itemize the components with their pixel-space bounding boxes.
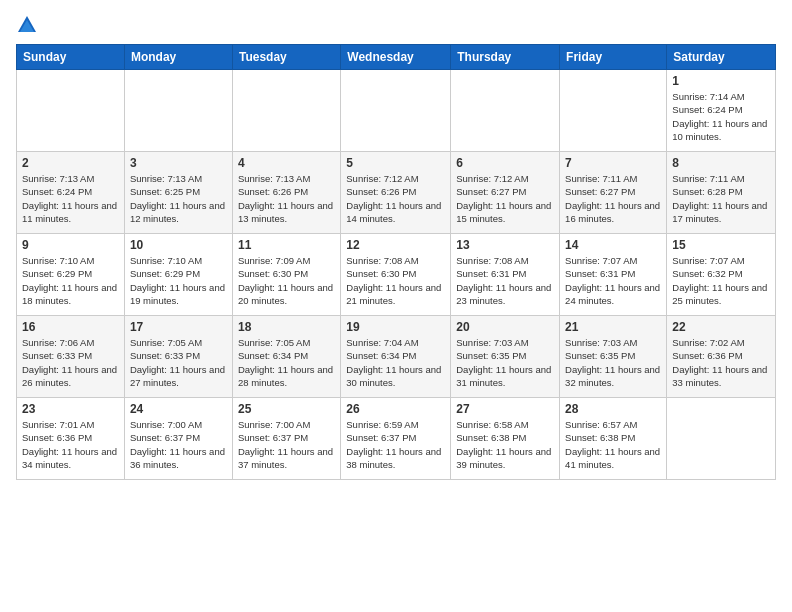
day-number: 26 bbox=[346, 402, 445, 416]
calendar-cell bbox=[560, 70, 667, 152]
day-info: Sunrise: 7:07 AM Sunset: 6:31 PM Dayligh… bbox=[565, 254, 661, 307]
calendar-cell: 14Sunrise: 7:07 AM Sunset: 6:31 PM Dayli… bbox=[560, 234, 667, 316]
day-number: 16 bbox=[22, 320, 119, 334]
day-number: 12 bbox=[346, 238, 445, 252]
calendar-cell: 16Sunrise: 7:06 AM Sunset: 6:33 PM Dayli… bbox=[17, 316, 125, 398]
calendar-day-header: Thursday bbox=[451, 45, 560, 70]
day-info: Sunrise: 7:11 AM Sunset: 6:27 PM Dayligh… bbox=[565, 172, 661, 225]
day-number: 8 bbox=[672, 156, 770, 170]
calendar-cell: 9Sunrise: 7:10 AM Sunset: 6:29 PM Daylig… bbox=[17, 234, 125, 316]
calendar-week-row: 23Sunrise: 7:01 AM Sunset: 6:36 PM Dayli… bbox=[17, 398, 776, 480]
day-info: Sunrise: 7:09 AM Sunset: 6:30 PM Dayligh… bbox=[238, 254, 335, 307]
day-number: 28 bbox=[565, 402, 661, 416]
day-info: Sunrise: 7:08 AM Sunset: 6:31 PM Dayligh… bbox=[456, 254, 554, 307]
calendar-cell: 3Sunrise: 7:13 AM Sunset: 6:25 PM Daylig… bbox=[124, 152, 232, 234]
day-number: 14 bbox=[565, 238, 661, 252]
day-info: Sunrise: 7:14 AM Sunset: 6:24 PM Dayligh… bbox=[672, 90, 770, 143]
day-number: 21 bbox=[565, 320, 661, 334]
calendar-table: SundayMondayTuesdayWednesdayThursdayFrid… bbox=[16, 44, 776, 480]
logo bbox=[16, 12, 42, 36]
calendar-cell: 15Sunrise: 7:07 AM Sunset: 6:32 PM Dayli… bbox=[667, 234, 776, 316]
calendar-cell bbox=[17, 70, 125, 152]
calendar-day-header: Friday bbox=[560, 45, 667, 70]
calendar-cell: 23Sunrise: 7:01 AM Sunset: 6:36 PM Dayli… bbox=[17, 398, 125, 480]
day-info: Sunrise: 7:01 AM Sunset: 6:36 PM Dayligh… bbox=[22, 418, 119, 471]
calendar-week-row: 1Sunrise: 7:14 AM Sunset: 6:24 PM Daylig… bbox=[17, 70, 776, 152]
day-number: 1 bbox=[672, 74, 770, 88]
calendar-cell: 1Sunrise: 7:14 AM Sunset: 6:24 PM Daylig… bbox=[667, 70, 776, 152]
calendar-cell: 13Sunrise: 7:08 AM Sunset: 6:31 PM Dayli… bbox=[451, 234, 560, 316]
calendar-cell: 5Sunrise: 7:12 AM Sunset: 6:26 PM Daylig… bbox=[341, 152, 451, 234]
day-info: Sunrise: 6:57 AM Sunset: 6:38 PM Dayligh… bbox=[565, 418, 661, 471]
calendar-cell: 19Sunrise: 7:04 AM Sunset: 6:34 PM Dayli… bbox=[341, 316, 451, 398]
day-number: 20 bbox=[456, 320, 554, 334]
day-number: 27 bbox=[456, 402, 554, 416]
logo-icon bbox=[16, 14, 38, 36]
calendar-cell: 20Sunrise: 7:03 AM Sunset: 6:35 PM Dayli… bbox=[451, 316, 560, 398]
day-info: Sunrise: 7:07 AM Sunset: 6:32 PM Dayligh… bbox=[672, 254, 770, 307]
day-info: Sunrise: 7:08 AM Sunset: 6:30 PM Dayligh… bbox=[346, 254, 445, 307]
calendar-cell bbox=[124, 70, 232, 152]
calendar-cell bbox=[341, 70, 451, 152]
calendar-day-header: Tuesday bbox=[232, 45, 340, 70]
calendar-cell: 26Sunrise: 6:59 AM Sunset: 6:37 PM Dayli… bbox=[341, 398, 451, 480]
calendar-day-header: Sunday bbox=[17, 45, 125, 70]
day-info: Sunrise: 7:03 AM Sunset: 6:35 PM Dayligh… bbox=[565, 336, 661, 389]
day-info: Sunrise: 7:00 AM Sunset: 6:37 PM Dayligh… bbox=[130, 418, 227, 471]
calendar-cell: 6Sunrise: 7:12 AM Sunset: 6:27 PM Daylig… bbox=[451, 152, 560, 234]
day-number: 5 bbox=[346, 156, 445, 170]
calendar-day-header: Wednesday bbox=[341, 45, 451, 70]
calendar-cell: 25Sunrise: 7:00 AM Sunset: 6:37 PM Dayli… bbox=[232, 398, 340, 480]
day-info: Sunrise: 7:10 AM Sunset: 6:29 PM Dayligh… bbox=[22, 254, 119, 307]
calendar-cell: 10Sunrise: 7:10 AM Sunset: 6:29 PM Dayli… bbox=[124, 234, 232, 316]
day-number: 23 bbox=[22, 402, 119, 416]
calendar-header-row: SundayMondayTuesdayWednesdayThursdayFrid… bbox=[17, 45, 776, 70]
day-number: 19 bbox=[346, 320, 445, 334]
day-info: Sunrise: 7:05 AM Sunset: 6:34 PM Dayligh… bbox=[238, 336, 335, 389]
calendar-cell: 12Sunrise: 7:08 AM Sunset: 6:30 PM Dayli… bbox=[341, 234, 451, 316]
day-number: 13 bbox=[456, 238, 554, 252]
day-number: 17 bbox=[130, 320, 227, 334]
calendar-cell: 18Sunrise: 7:05 AM Sunset: 6:34 PM Dayli… bbox=[232, 316, 340, 398]
day-number: 22 bbox=[672, 320, 770, 334]
calendar-cell: 11Sunrise: 7:09 AM Sunset: 6:30 PM Dayli… bbox=[232, 234, 340, 316]
calendar-cell: 27Sunrise: 6:58 AM Sunset: 6:38 PM Dayli… bbox=[451, 398, 560, 480]
calendar-cell bbox=[451, 70, 560, 152]
calendar-cell: 4Sunrise: 7:13 AM Sunset: 6:26 PM Daylig… bbox=[232, 152, 340, 234]
day-info: Sunrise: 7:10 AM Sunset: 6:29 PM Dayligh… bbox=[130, 254, 227, 307]
calendar-week-row: 2Sunrise: 7:13 AM Sunset: 6:24 PM Daylig… bbox=[17, 152, 776, 234]
calendar-cell: 7Sunrise: 7:11 AM Sunset: 6:27 PM Daylig… bbox=[560, 152, 667, 234]
calendar-cell: 24Sunrise: 7:00 AM Sunset: 6:37 PM Dayli… bbox=[124, 398, 232, 480]
day-info: Sunrise: 7:00 AM Sunset: 6:37 PM Dayligh… bbox=[238, 418, 335, 471]
calendar-cell: 21Sunrise: 7:03 AM Sunset: 6:35 PM Dayli… bbox=[560, 316, 667, 398]
day-info: Sunrise: 7:12 AM Sunset: 6:27 PM Dayligh… bbox=[456, 172, 554, 225]
day-info: Sunrise: 7:04 AM Sunset: 6:34 PM Dayligh… bbox=[346, 336, 445, 389]
day-number: 9 bbox=[22, 238, 119, 252]
calendar-cell: 17Sunrise: 7:05 AM Sunset: 6:33 PM Dayli… bbox=[124, 316, 232, 398]
day-number: 6 bbox=[456, 156, 554, 170]
day-number: 18 bbox=[238, 320, 335, 334]
day-info: Sunrise: 7:02 AM Sunset: 6:36 PM Dayligh… bbox=[672, 336, 770, 389]
day-number: 10 bbox=[130, 238, 227, 252]
calendar-cell: 28Sunrise: 6:57 AM Sunset: 6:38 PM Dayli… bbox=[560, 398, 667, 480]
day-info: Sunrise: 7:05 AM Sunset: 6:33 PM Dayligh… bbox=[130, 336, 227, 389]
day-info: Sunrise: 7:13 AM Sunset: 6:25 PM Dayligh… bbox=[130, 172, 227, 225]
day-info: Sunrise: 7:11 AM Sunset: 6:28 PM Dayligh… bbox=[672, 172, 770, 225]
calendar-week-row: 9Sunrise: 7:10 AM Sunset: 6:29 PM Daylig… bbox=[17, 234, 776, 316]
calendar-day-header: Saturday bbox=[667, 45, 776, 70]
day-info: Sunrise: 7:06 AM Sunset: 6:33 PM Dayligh… bbox=[22, 336, 119, 389]
day-info: Sunrise: 7:13 AM Sunset: 6:24 PM Dayligh… bbox=[22, 172, 119, 225]
day-info: Sunrise: 6:59 AM Sunset: 6:37 PM Dayligh… bbox=[346, 418, 445, 471]
day-info: Sunrise: 7:13 AM Sunset: 6:26 PM Dayligh… bbox=[238, 172, 335, 225]
calendar-week-row: 16Sunrise: 7:06 AM Sunset: 6:33 PM Dayli… bbox=[17, 316, 776, 398]
day-info: Sunrise: 7:03 AM Sunset: 6:35 PM Dayligh… bbox=[456, 336, 554, 389]
day-info: Sunrise: 7:12 AM Sunset: 6:26 PM Dayligh… bbox=[346, 172, 445, 225]
day-number: 3 bbox=[130, 156, 227, 170]
calendar-cell: 2Sunrise: 7:13 AM Sunset: 6:24 PM Daylig… bbox=[17, 152, 125, 234]
day-number: 15 bbox=[672, 238, 770, 252]
day-number: 24 bbox=[130, 402, 227, 416]
calendar-cell: 8Sunrise: 7:11 AM Sunset: 6:28 PM Daylig… bbox=[667, 152, 776, 234]
day-number: 2 bbox=[22, 156, 119, 170]
calendar-cell: 22Sunrise: 7:02 AM Sunset: 6:36 PM Dayli… bbox=[667, 316, 776, 398]
calendar-cell bbox=[667, 398, 776, 480]
